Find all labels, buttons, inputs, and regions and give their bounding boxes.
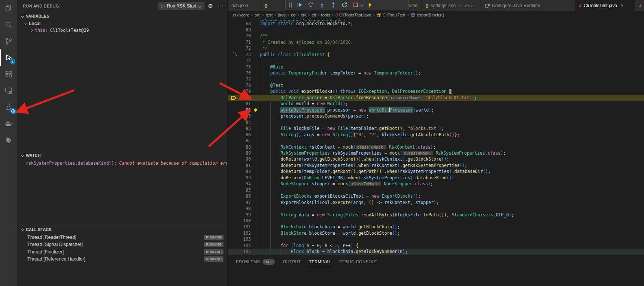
line-number[interactable]: 76 xyxy=(237,70,251,76)
breadcrumb-item[interactable]: cli xyxy=(312,13,316,17)
hot-code-replace-button[interactable] xyxy=(365,0,375,9)
code-line-89[interactable]: 89 RskSystemProperties rskSystemProperti… xyxy=(228,150,644,156)
lightbulb-icon[interactable] xyxy=(251,107,260,113)
line-number[interactable]: 105 xyxy=(237,249,251,255)
gutter-glyph-margin[interactable] xyxy=(228,113,237,119)
code-line-77[interactable]: 77 xyxy=(228,76,644,82)
line-number[interactable]: 100 xyxy=(237,218,251,224)
line-number[interactable]: 98 xyxy=(237,206,251,212)
gutter-glyph-margin[interactable] xyxy=(228,52,237,58)
code-line-98[interactable]: 98 xyxy=(228,206,644,212)
line-number[interactable]: 73 xyxy=(237,52,251,58)
line-number[interactable]: 77 xyxy=(237,76,251,82)
gutter-glyph-margin[interactable] xyxy=(228,76,237,82)
code-line-92[interactable]: 92 doReturn(tempFolder.getRoot().getPath… xyxy=(228,168,644,174)
code-line-91[interactable]: 91 doReturn(rskSystemProperties).when(rs… xyxy=(228,162,644,168)
activity-item-gradle[interactable] xyxy=(0,132,17,148)
gutter-glyph-margin[interactable] xyxy=(228,230,237,236)
breadcrumb-item[interactable]: exportBlocks() xyxy=(411,13,444,17)
line-number[interactable]: 80 xyxy=(237,95,251,101)
line-number[interactable]: 69 xyxy=(237,27,251,33)
activity-item-testing[interactable] xyxy=(0,99,17,115)
gutter-glyph-margin[interactable] xyxy=(228,82,237,88)
breadcrumb-item[interactable]: java xyxy=(278,13,286,17)
line-number[interactable]: 68 xyxy=(237,21,251,27)
gutter-glyph-margin[interactable] xyxy=(228,132,237,138)
code-line-87[interactable]: 87 xyxy=(228,138,644,144)
line-number[interactable]: 72 xyxy=(237,45,251,51)
activity-item-source-control[interactable] xyxy=(0,33,17,49)
breadcrumb-item[interactable]: CliToolsTest xyxy=(377,13,405,17)
gutter-glyph-margin[interactable] xyxy=(228,162,237,168)
line-number[interactable]: 79 xyxy=(237,88,251,94)
gutter-glyph-margin[interactable] xyxy=(228,168,237,174)
gutter-glyph-margin[interactable] xyxy=(228,156,237,162)
gutter-glyph-margin[interactable] xyxy=(228,187,237,193)
line-number[interactable]: 71 xyxy=(237,39,251,45)
gutter-glyph-margin[interactable] xyxy=(228,101,237,107)
code-line-75[interactable]: 75 @Rule xyxy=(228,64,644,70)
breadcrumb-item[interactable]: rsk xyxy=(301,13,306,17)
code-line-95[interactable]: 95 xyxy=(228,187,644,193)
code-line-93[interactable]: 93 doReturn(DbKind.LEVEL_DB).when(rskSys… xyxy=(228,175,644,181)
line-number[interactable]: 91 xyxy=(237,162,251,168)
gutter-glyph-margin[interactable] xyxy=(228,175,237,181)
watch-expression-row[interactable]: rskSystemProperties.databaseKind(): Cann… xyxy=(17,159,227,166)
code-line-73[interactable]: 73public class CliToolsTest { xyxy=(228,52,644,58)
gutter-glyph-margin[interactable] xyxy=(228,206,237,212)
code-line-74[interactable]: 74 xyxy=(228,58,644,64)
line-number[interactable]: 89 xyxy=(237,150,251,156)
line-number[interactable]: 94 xyxy=(237,181,251,187)
gutter-glyph-margin[interactable] xyxy=(228,218,237,224)
gutter-glyph-margin[interactable] xyxy=(228,95,237,101)
code-line-85[interactable]: 85 File blocksFile = new File(tempFolder… xyxy=(228,125,644,131)
gutter-glyph-margin[interactable] xyxy=(228,39,237,45)
gutter-glyph-margin[interactable] xyxy=(228,193,237,199)
gutter-glyph-margin[interactable] xyxy=(228,224,237,230)
line-number[interactable]: 88 xyxy=(237,144,251,150)
editor-tab-CliToolsTest.java[interactable]: JCliToolsTest.java× xyxy=(575,0,635,11)
code-editor[interactable]: 67import static org.junit.Assert.*;68imp… xyxy=(228,19,644,256)
code-line-88[interactable]: 88 RskContext rskContext = mock(classToM… xyxy=(228,144,644,150)
code-line-70[interactable]: 70/** xyxy=(228,33,644,39)
activity-item-docker[interactable] xyxy=(0,115,17,132)
line-number[interactable]: 95 xyxy=(237,187,251,193)
continue-button[interactable] xyxy=(295,0,304,9)
code-line-100[interactable]: 100 xyxy=(228,218,644,224)
gutter-glyph-margin[interactable] xyxy=(228,70,237,76)
fold-region-icon[interactable] xyxy=(233,89,237,93)
editor-tab-settings.json[interactable]: {}settings.json~/.../User xyxy=(422,0,481,11)
line-number[interactable]: 101 xyxy=(237,224,251,230)
code-line-76[interactable]: 76 public TemporaryFolder tempFolder = n… xyxy=(228,70,644,76)
restart-button[interactable] xyxy=(340,0,349,9)
line-number[interactable]: 84 xyxy=(237,119,251,125)
gutter-glyph-margin[interactable] xyxy=(228,150,237,156)
code-line-83[interactable]: 83 processor.processCommands(parser); xyxy=(228,113,644,119)
editor-tab-Configure Java Runtime[interactable]: Configure Java Runtime xyxy=(481,0,575,11)
gutter-glyph-margin[interactable] xyxy=(228,243,237,249)
breadcrumb-item[interactable]: tools xyxy=(321,13,330,17)
thread-row[interactable]: Thread [Signal Dispatcher]RUNNING xyxy=(17,241,227,249)
panel-tab-output[interactable]: OUTPUT xyxy=(283,256,301,267)
watch-section-header[interactable]: WATCH xyxy=(17,151,227,159)
step-into-button[interactable] xyxy=(317,0,327,9)
gutter-glyph-margin[interactable] xyxy=(228,200,237,206)
gutter-glyph-margin[interactable] xyxy=(228,212,237,218)
code-line-97[interactable]: 97 exportBlocksCliTool.execute(args, () … xyxy=(228,200,644,206)
stop-button[interactable] xyxy=(351,0,361,9)
activity-item-remote-explorer[interactable] xyxy=(0,82,17,99)
line-number[interactable]: 74 xyxy=(237,58,251,64)
line-number[interactable]: 92 xyxy=(237,168,251,174)
stop-dropdown-chevron-icon[interactable] xyxy=(360,3,363,6)
code-line-86[interactable]: 86 String[] args = new String[]{"0", "2"… xyxy=(228,132,644,138)
line-number[interactable]: 83 xyxy=(237,113,251,119)
gutter-glyph-margin[interactable] xyxy=(228,144,237,150)
activity-item-extensions[interactable] xyxy=(0,66,17,82)
gutter-glyph-margin[interactable] xyxy=(228,58,237,64)
code-line-68[interactable]: 68import static org.mockito.Mockito.*; xyxy=(228,21,644,27)
breadcrumb-item[interactable]: rskj-core xyxy=(233,13,249,17)
step-over-button[interactable] xyxy=(306,0,316,9)
gutter-glyph-margin[interactable] xyxy=(228,64,237,70)
panel-tab-debug-console[interactable]: DEBUG CONSOLE xyxy=(339,256,377,267)
panel-tab-problems[interactable]: PROBLEMS1K+ xyxy=(236,256,275,267)
